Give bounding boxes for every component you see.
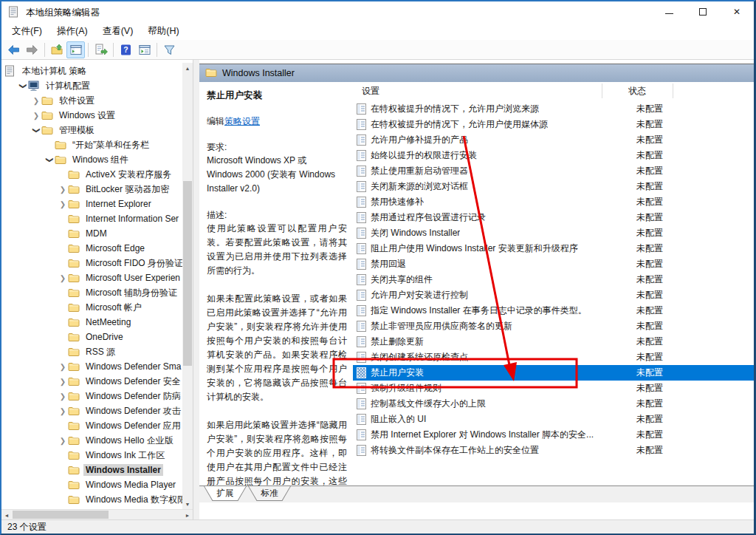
tree-item[interactable]: “开始”菜单和任务栏: [1, 137, 182, 152]
tree-item[interactable]: ❯Windows 设置: [1, 108, 182, 123]
tree-item[interactable]: Windows Media Player: [1, 477, 182, 492]
tree-horizontal-scrollbar[interactable]: ◄ ►: [1, 509, 193, 519]
menu-item-a[interactable]: 操作(A): [49, 23, 95, 40]
policy-setting-row[interactable]: 阻止用户使用 Windows Installer 安装更新和升级程序未配置: [353, 241, 754, 256]
tree-item[interactable]: NetMeeting: [1, 315, 182, 330]
maximize-button[interactable]: [686, 1, 720, 22]
tab-extended[interactable]: 扩展: [204, 486, 247, 501]
tree-item[interactable]: ❯Windows Defender 防病: [1, 389, 182, 403]
tree-item[interactable]: 本地计算机 策略: [1, 64, 182, 78]
policy-setting-row[interactable]: 禁止使用重新启动管理器未配置: [353, 163, 754, 179]
tree-item[interactable]: ❯Windows 组件: [1, 152, 182, 167]
back-icon[interactable]: [4, 41, 23, 58]
chevron-down-icon[interactable]: ❯: [32, 125, 41, 135]
filter-icon[interactable]: [160, 41, 179, 58]
policy-setting-row[interactable]: 关闭创建系统还原检查点未配置: [353, 350, 754, 365]
chevron-right-icon[interactable]: ❯: [31, 97, 41, 105]
help-icon[interactable]: ?: [117, 41, 135, 58]
policy-setting-row[interactable]: 强制升级组件规则未配置: [353, 381, 754, 396]
scrollbar-thumb[interactable]: [13, 511, 109, 519]
tree-item-label: 管理模板: [57, 123, 97, 137]
tree-item[interactable]: Windows Ink 工作区: [1, 448, 182, 463]
tree-vertical-scrollbar[interactable]: ▲ ▼: [182, 63, 193, 509]
policy-setting-row[interactable]: 禁用通过程序包设置进行记录未配置: [353, 210, 754, 225]
policy-setting-row[interactable]: 阻止嵌入的 UI未配置: [353, 412, 754, 427]
tree-item[interactable]: Microsoft FIDO 身份验证: [1, 256, 182, 270]
chevron-right-icon[interactable]: ❯: [58, 200, 68, 208]
scroll-left-icon[interactable]: ◄: [1, 510, 12, 519]
chevron-right-icon[interactable]: ❯: [58, 274, 68, 282]
chevron-right-icon[interactable]: ❯: [58, 437, 68, 445]
policy-setting-row[interactable]: 关闭共享的组件未配置: [353, 272, 754, 287]
edit-policy-setting-link[interactable]: 策略设置: [224, 116, 260, 126]
tree-item[interactable]: Microsoft 辅助身份验证: [1, 285, 182, 300]
tree-item[interactable]: ❯Windows Defender Sma: [1, 359, 182, 374]
tree-item[interactable]: MDM: [1, 226, 182, 241]
chevron-down-icon[interactable]: ❯: [19, 81, 27, 91]
minimize-button[interactable]: [652, 1, 686, 22]
tree-item[interactable]: OneDrive: [1, 330, 182, 344]
tree-item[interactable]: ❯Microsoft User Experien: [1, 270, 182, 285]
tab-standard[interactable]: 标准: [248, 486, 291, 501]
menu-item-h[interactable]: 帮助(H): [140, 23, 186, 40]
tree-item[interactable]: ❯Windows Defender 攻击: [1, 403, 182, 418]
policy-setting-row[interactable]: 禁用 Internet Explorer 对 Windows Installer…: [353, 427, 754, 443]
policy-setting-row[interactable]: 关闭 Windows Installer未配置: [353, 225, 754, 241]
tree-item[interactable]: Microsoft 帐户: [1, 300, 182, 315]
tree-item[interactable]: ActiveX 安装程序服务: [1, 167, 182, 182]
tree-item[interactable]: Windows Media 数字权限: [1, 492, 182, 507]
policy-setting-row[interactable]: 禁用快速修补未配置: [353, 194, 754, 210]
up-one-level-icon[interactable]: [48, 41, 66, 58]
policy-setting-row[interactable]: 禁止删除更新未配置: [353, 334, 754, 350]
policy-setting-row[interactable]: 禁止用户安装未配置: [353, 365, 754, 381]
policy-setting-icon: [357, 305, 366, 316]
tree-item[interactable]: Internet Information Ser: [1, 211, 182, 226]
policy-setting-row[interactable]: 将转换文件副本保存在工作站上的安全位置未配置: [353, 443, 754, 458]
chevron-right-icon[interactable]: ❯: [58, 363, 68, 371]
chevron-right-icon[interactable]: ❯: [58, 378, 68, 386]
policy-setting-row[interactable]: 允许用户修补提升的产品未配置: [353, 132, 754, 148]
chevron-right-icon[interactable]: ❯: [58, 407, 68, 415]
close-button[interactable]: ✕: [720, 1, 754, 22]
tree-item[interactable]: Windows Installer: [1, 463, 182, 477]
folder-icon: [205, 67, 217, 80]
tree-item[interactable]: ❯Internet Explorer: [1, 197, 182, 211]
policy-setting-row[interactable]: 禁用回退未配置: [353, 256, 754, 272]
tree-item[interactable]: Microsoft Edge: [1, 241, 182, 256]
policy-setting-status: 未配置: [636, 444, 663, 457]
tree-item[interactable]: ❯软件设置: [1, 93, 182, 108]
menu-item-v[interactable]: 查看(V): [95, 23, 141, 40]
tree-item[interactable]: Windows Defender 应用: [1, 418, 182, 433]
tree-item[interactable]: ❯BitLocker 驱动器加密: [1, 182, 182, 197]
tree-item[interactable]: RSS 源: [1, 344, 182, 359]
policy-setting-row[interactable]: 禁止非管理员应用供应商签名的更新未配置: [353, 318, 754, 334]
column-header-status[interactable]: 状态: [602, 85, 673, 98]
chevron-right-icon[interactable]: ❯: [58, 185, 68, 194]
policy-setting-row[interactable]: 在特权被提升的情况下，允许用户浏览来源未配置: [353, 101, 754, 117]
tree-item[interactable]: ❯管理模板: [1, 123, 182, 137]
tree-item-label: Windows 组件: [70, 153, 131, 167]
forward-icon[interactable]: [23, 41, 41, 58]
policy-setting-row[interactable]: 允许用户对安装进行控制未配置: [353, 287, 754, 303]
scrollbar-thumb[interactable]: [183, 181, 192, 366]
chevron-down-icon[interactable]: ❯: [46, 154, 54, 165]
console-tree-icon[interactable]: [66, 41, 85, 58]
policy-setting-row[interactable]: 关闭新来源的浏览对话框未配置: [353, 179, 754, 194]
chevron-right-icon[interactable]: ❯: [31, 112, 41, 120]
tree-item[interactable]: ❯Windows Defender 安全: [1, 374, 182, 389]
policy-setting-row[interactable]: 始终以提升的权限进行安装未配置: [353, 148, 754, 163]
tree-item[interactable]: ❯Windows Hello 企业版: [1, 433, 182, 448]
policy-setting-row[interactable]: 控制基线文件缓存大小的上限未配置: [353, 396, 754, 412]
chevron-right-icon[interactable]: ❯: [58, 392, 68, 401]
scroll-down-icon[interactable]: ▼: [182, 499, 193, 509]
scroll-right-icon[interactable]: ►: [182, 510, 193, 519]
action-pane-icon[interactable]: [135, 41, 154, 58]
policy-setting-row[interactable]: 在特权被提升的情况下，允许用户使用媒体源未配置: [353, 117, 754, 132]
export-list-icon[interactable]: [92, 41, 110, 58]
column-header-setting[interactable]: 设置: [362, 85, 379, 98]
scroll-up-icon[interactable]: ▲: [182, 63, 193, 73]
menu-item-f[interactable]: 文件(F): [4, 23, 49, 40]
policy-setting-row[interactable]: 指定 Windows Installer 在事务日志中记录的事件类型。未配置: [353, 303, 754, 318]
tree-item[interactable]: ❯计算机配置: [1, 78, 182, 93]
column-divider[interactable]: [673, 84, 673, 98]
